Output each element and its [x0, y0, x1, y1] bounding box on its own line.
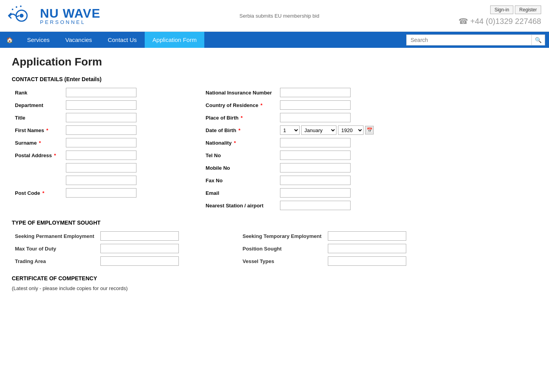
form-row-title: Title Place of Birth *: [12, 111, 459, 124]
register-button[interactable]: Register: [515, 5, 541, 14]
logo-area: NU WAVE PERSONNEL: [8, 4, 100, 27]
title-label: Title: [12, 111, 63, 124]
form-row-postal2: Mobile No: [12, 162, 459, 174]
postal-required: *: [54, 152, 56, 158]
station-input[interactable]: [280, 201, 351, 210]
contact-form-table: Rank National Insurance Number Departmen…: [12, 86, 459, 212]
cert-section-header: CERTIFICATE OF COMPETENCY: [12, 275, 459, 281]
postcode-input[interactable]: [66, 188, 136, 198]
tel-input[interactable]: [280, 151, 351, 160]
country-required: *: [260, 102, 262, 108]
position-label: Position Sought: [239, 242, 324, 255]
country-label: Country of Residence *: [202, 99, 277, 111]
surname-required: *: [39, 140, 41, 146]
nationality-input[interactable]: [280, 138, 351, 147]
nin-input[interactable]: [280, 88, 351, 97]
permanent-input[interactable]: [100, 231, 179, 241]
postcode-label: Post Code *: [12, 187, 63, 199]
form-row-rank: Rank National Insurance Number: [12, 86, 459, 99]
trading-input[interactable]: [100, 256, 179, 266]
postal-label-3: [12, 174, 63, 187]
top-right: Sign-in Register ☎ +44 (0)1329 227468: [458, 5, 541, 26]
logo-nu-wave: NU WAVE: [40, 7, 100, 20]
form-row-postal: Postal Address * Tel No: [12, 149, 459, 162]
postal-input-2[interactable]: [66, 163, 136, 172]
firstname-required: *: [46, 127, 48, 133]
news-ticker: Serbia submits EU membership bid: [100, 13, 458, 19]
form-row-postal3: Fax No: [12, 174, 459, 187]
emp-row-permanent: Seeking Permanent Employment Seeking Tem…: [12, 230, 459, 242]
search-input[interactable]: [406, 34, 532, 45]
home-icon: 🏠: [6, 37, 13, 43]
tour-input[interactable]: [100, 244, 179, 253]
emp-row-tour: Max Tour of Duty Position Sought: [12, 242, 459, 255]
country-input[interactable]: [280, 100, 351, 110]
svg-point-3: [16, 6, 17, 8]
search-icon: 🔍: [535, 37, 542, 43]
tour-label: Max Tour of Duty: [12, 242, 97, 255]
page-title: Application Form: [12, 56, 459, 68]
phone-icon: ☎: [458, 17, 468, 25]
temporary-input[interactable]: [328, 231, 406, 241]
nav-item-contact[interactable]: Contact Us: [100, 32, 145, 48]
signin-button[interactable]: Sign-in: [490, 5, 513, 14]
dob-year-select[interactable]: 1920193019401950 19601970198019902000: [338, 125, 364, 135]
employment-table: Seeking Permanent Employment Seeking Tem…: [12, 230, 459, 267]
place-birth-input[interactable]: [280, 113, 351, 122]
page-content: Application Form CONTACT DETAILS (Enter …: [0, 48, 471, 307]
vessel-input[interactable]: [328, 256, 406, 266]
department-input[interactable]: [66, 100, 136, 110]
title-input[interactable]: [66, 113, 136, 122]
postal-input-1[interactable]: [66, 151, 136, 160]
postal-label-2: [12, 162, 63, 174]
place-birth-label: Place of Birth *: [202, 111, 277, 124]
nationality-required: *: [234, 140, 236, 146]
contact-section-header: CONTACT DETAILS (Enter Details): [12, 76, 459, 82]
employment-section-header: TYPE OF EMPLOYMENT SOUGHT: [12, 220, 459, 226]
fax-label: Fax No: [202, 174, 277, 187]
svg-point-2: [12, 9, 13, 10]
dob-label: Date of Birth *: [202, 124, 277, 136]
vessel-label: Vessel Types: [239, 255, 324, 267]
dob-required: *: [238, 127, 240, 133]
logo-icon: [8, 4, 35, 27]
phone-number: ☎ +44 (0)1329 227468: [458, 16, 541, 26]
fax-input[interactable]: [280, 176, 351, 185]
nationality-label: Nationality *: [202, 136, 277, 149]
rank-input[interactable]: [66, 88, 136, 97]
nav-item-application[interactable]: Application Form: [145, 32, 205, 48]
dob-row: 12345 678910 1112131415 1617181920 21222…: [280, 125, 456, 135]
form-row-firstname: First Names * Date of Birth * 12345 6789…: [12, 124, 459, 136]
temporary-label: Seeking Temporary Employment: [239, 230, 324, 242]
firstname-input[interactable]: [66, 125, 136, 135]
postcode-required: *: [42, 190, 44, 196]
surname-label: Surname *: [12, 136, 63, 149]
top-header: NU WAVE PERSONNEL Serbia submits EU memb…: [0, 0, 549, 32]
nav-item-services[interactable]: Services: [19, 32, 58, 48]
rank-label: Rank: [12, 86, 63, 99]
empty-label: [12, 199, 63, 212]
tel-label: Tel No: [202, 149, 277, 162]
form-row-surname: Surname * Nationality *: [12, 136, 459, 149]
nav-bar: 🏠 Services Vacancies Contact Us Applicat…: [0, 32, 549, 48]
email-input[interactable]: [280, 188, 351, 198]
position-input[interactable]: [328, 244, 406, 253]
form-row-postcode: Post Code * Email: [12, 187, 459, 199]
postal-input-3[interactable]: [66, 176, 136, 185]
search-button[interactable]: 🔍: [532, 34, 545, 45]
svg-point-4: [20, 5, 22, 7]
surname-input[interactable]: [66, 138, 136, 147]
nav-item-vacancies[interactable]: Vacancies: [58, 32, 100, 48]
mobile-input[interactable]: [280, 163, 351, 172]
dob-month-select[interactable]: JanuaryFebruaryMarchApril MayJuneJulyAug…: [301, 125, 336, 135]
trading-label: Trading Area: [12, 255, 97, 267]
email-label: Email: [202, 187, 277, 199]
auth-buttons: Sign-in Register: [490, 5, 541, 14]
postal-label: Postal Address *: [12, 149, 63, 162]
place-birth-required: *: [241, 115, 243, 121]
dob-day-select[interactable]: 12345 678910 1112131415 1617181920 21222…: [280, 125, 300, 135]
calendar-icon[interactable]: 📅: [365, 126, 374, 134]
form-row-department: Department Country of Residence *: [12, 99, 459, 111]
cert-note: (Latest only - please include copies for…: [12, 285, 459, 291]
nav-home-button[interactable]: 🏠: [0, 32, 19, 48]
